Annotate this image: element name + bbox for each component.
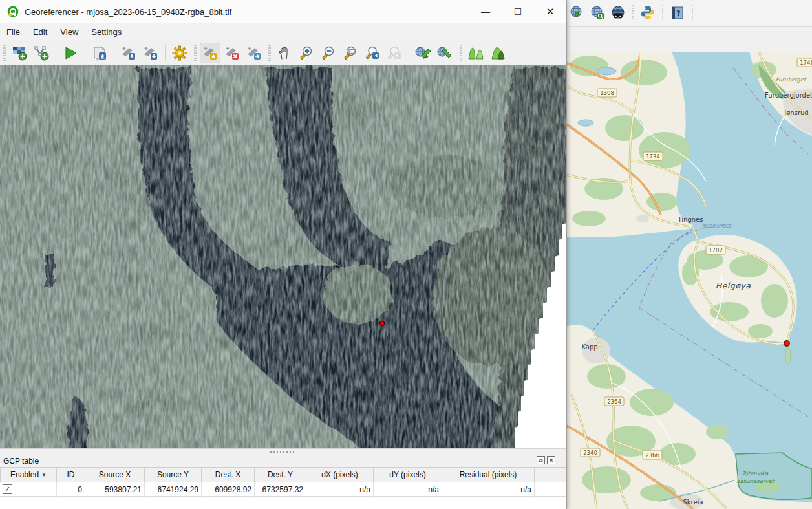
col-header-source-y[interactable]: Source Y xyxy=(145,467,202,482)
menu-view[interactable]: View xyxy=(54,23,85,40)
cell-dest-y[interactable]: 6732597.32 xyxy=(255,482,306,497)
col-header-dest-x[interactable]: Dest. X xyxy=(202,467,255,482)
georeferencer-toolbar xyxy=(0,40,566,66)
download-globe-button[interactable] xyxy=(568,5,585,21)
python-console-button[interactable] xyxy=(639,5,656,21)
svg-text:1308: 1308 xyxy=(600,90,614,96)
osm-map[interactable]: 1308173417461702236423402366 TingnesNess… xyxy=(566,52,812,509)
islet-south-of-helgoya xyxy=(785,348,791,363)
web-search-icon xyxy=(590,5,605,21)
add-point-button[interactable] xyxy=(200,43,220,63)
map-label: naturreservat xyxy=(736,478,775,484)
toolbar-drag-handle[interactable] xyxy=(458,45,464,61)
zoom-in-button[interactable] xyxy=(296,43,317,63)
gcp-panel-title: GCP table xyxy=(3,457,39,466)
col-header-dx[interactable]: dX (pixels) xyxy=(306,467,374,482)
cell-dx[interactable]: n/a xyxy=(306,482,374,497)
save-gcp-points-button[interactable] xyxy=(140,43,161,63)
menu-settings[interactable]: Settings xyxy=(85,23,128,40)
splitter-handle-icon xyxy=(270,451,294,453)
gcp-marker-destination[interactable] xyxy=(784,341,789,346)
gcp-table-row: ✓ 0 593807.21 6741924.29 609928.92 67325… xyxy=(0,482,566,497)
load-gcp-points-button[interactable] xyxy=(118,43,139,63)
window-title: Georeferencer - mjosa_2023-06-15_0948Z-r… xyxy=(25,7,231,17)
cell-enabled[interactable]: ✓ xyxy=(0,482,57,497)
minimize-button[interactable]: — xyxy=(471,0,500,23)
gcp-marker-source[interactable] xyxy=(379,321,384,325)
map-label: Jønsrud xyxy=(784,109,808,116)
save-gcp-icon xyxy=(143,45,158,61)
toolbar-separator xyxy=(112,45,116,61)
cell-source-x[interactable]: 593807.21 xyxy=(85,482,145,497)
move-gcp-point-button[interactable] xyxy=(244,43,264,63)
zoom-last-button[interactable] xyxy=(362,43,383,63)
col-header-dy[interactable]: dY (pixels) xyxy=(374,467,442,482)
cell-dy[interactable]: n/a xyxy=(374,482,442,497)
panel-float-button[interactable]: ⧉ xyxy=(537,456,545,464)
cell-id[interactable]: 0 xyxy=(57,482,85,497)
pan-hand-icon xyxy=(277,45,292,61)
svg-text:2340: 2340 xyxy=(583,449,597,456)
svg-text:2366: 2366 xyxy=(645,452,659,459)
open-vector-button[interactable] xyxy=(31,43,52,63)
toolbar-separator xyxy=(630,5,636,21)
zoom-last-icon xyxy=(365,45,380,61)
metasearch-button[interactable] xyxy=(610,5,626,21)
help-book-icon: ? xyxy=(670,5,685,21)
cell-filler xyxy=(535,482,566,497)
map-label: Nessundet xyxy=(701,222,732,229)
local-histogram-stretch-button[interactable] xyxy=(465,43,486,63)
metasearch-binoculars-icon xyxy=(610,5,626,21)
close-button[interactable]: ✕ xyxy=(535,0,565,23)
link-georeferencer-to-qgis-button[interactable] xyxy=(413,43,434,63)
road-shield: 2340 xyxy=(581,448,600,457)
zoom-to-layer-button[interactable] xyxy=(340,43,361,63)
maximize-button[interactable]: ☐ xyxy=(503,0,533,23)
road-shield: 1308 xyxy=(597,89,617,97)
start-georeferencing-button[interactable] xyxy=(60,43,81,63)
cell-dest-x[interactable]: 609928.92 xyxy=(202,482,255,497)
gear-icon xyxy=(172,45,187,61)
toolbar-drag-handle[interactable] xyxy=(1,45,7,61)
web-search-button[interactable] xyxy=(589,5,606,21)
generate-gdal-script-button[interactable] xyxy=(89,43,110,63)
georeferencer-window: Georeferencer - mjosa_2023-06-15_0948Z-r… xyxy=(0,0,567,509)
cell-residual[interactable]: n/a xyxy=(442,482,535,497)
map-label: Totenvika xyxy=(742,470,769,477)
toolbar-drag-handle[interactable] xyxy=(266,45,272,61)
link-qgis-to-georeferencer-button[interactable] xyxy=(435,43,456,63)
enabled-checkbox[interactable]: ✓ xyxy=(3,484,12,494)
play-icon xyxy=(63,45,78,61)
panel-close-button[interactable]: ✕ xyxy=(547,456,555,464)
gcp-table-header: Enabled▼ ID Source X Source Y Dest. X De… xyxy=(0,467,566,482)
zoom-next-button[interactable] xyxy=(384,43,405,63)
col-header-enabled[interactable]: Enabled▼ xyxy=(0,467,57,482)
col-header-dest-y[interactable]: Dest. Y xyxy=(255,467,306,482)
menu-file[interactable]: File xyxy=(0,23,27,40)
pan-button[interactable] xyxy=(274,43,295,63)
menu-bar: File Edit View Settings xyxy=(0,23,566,41)
open-vector-icon xyxy=(34,45,49,61)
gdal-script-icon xyxy=(92,45,107,61)
col-header-source-x[interactable]: Source X xyxy=(85,467,145,482)
menu-edit[interactable]: Edit xyxy=(27,23,54,40)
move-point-icon xyxy=(246,45,262,61)
transformation-settings-button[interactable] xyxy=(169,43,190,63)
zoom-next-icon xyxy=(387,45,402,61)
col-header-id[interactable]: ID xyxy=(57,467,85,482)
toolbar-separator xyxy=(54,45,58,61)
col-header-residual[interactable]: Residual (pixels) xyxy=(442,467,535,482)
full-histogram-stretch-button[interactable] xyxy=(487,43,508,63)
help-button[interactable]: ? xyxy=(669,5,686,21)
delete-point-icon xyxy=(224,45,240,61)
raster-canvas[interactable] xyxy=(0,65,566,448)
cell-source-y[interactable]: 6741924.29 xyxy=(145,482,202,497)
zoom-out-button[interactable] xyxy=(318,43,339,63)
zoom-in-icon xyxy=(299,45,314,61)
open-raster-button[interactable] xyxy=(9,43,30,63)
delete-point-button[interactable] xyxy=(222,43,242,63)
toolbar-drag-handle[interactable] xyxy=(192,45,198,61)
local-histogram-stretch-icon xyxy=(467,45,484,61)
link-qgis-to-georeferencer-icon xyxy=(437,45,454,61)
title-bar: Georeferencer - mjosa_2023-06-15_0948Z-r… xyxy=(0,0,566,23)
